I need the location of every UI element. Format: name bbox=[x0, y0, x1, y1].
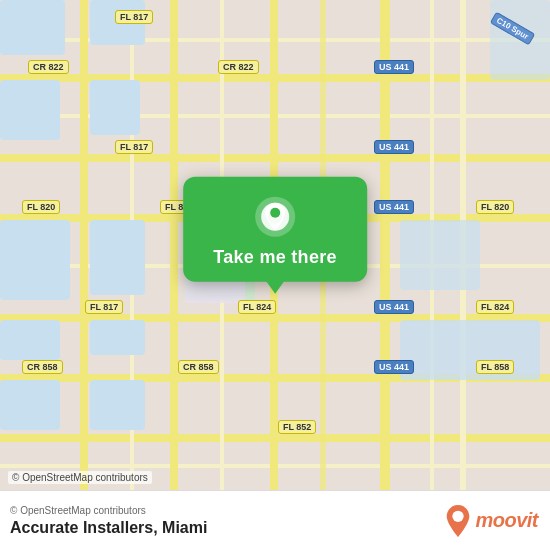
road-label-cr822-mid: CR 822 bbox=[218, 60, 259, 74]
road-label-fl817-low: FL 817 bbox=[85, 300, 123, 314]
location-name: Accurate Installers, Miami bbox=[10, 519, 207, 537]
location-pin-icon bbox=[253, 195, 297, 239]
road-label-us441-mid1: US 441 bbox=[374, 140, 414, 154]
popup-card[interactable]: Take me there bbox=[183, 177, 367, 282]
moovit-pin-icon bbox=[445, 505, 471, 537]
road-label-fl820-left: FL 820 bbox=[22, 200, 60, 214]
road-label-fl820-right: FL 820 bbox=[476, 200, 514, 214]
road-label-fl824-right: FL 824 bbox=[476, 300, 514, 314]
map-view[interactable]: FL 817 CR 822 CR 822 US 441 FL 817 US 44… bbox=[0, 0, 550, 490]
road-label-fl852: FL 852 bbox=[278, 420, 316, 434]
road-label-fl817-top: FL 817 bbox=[115, 10, 153, 24]
take-me-there-button[interactable]: Take me there bbox=[213, 247, 337, 268]
road-label-fl858-right: FL 858 bbox=[476, 360, 514, 374]
svg-point-4 bbox=[453, 510, 464, 521]
road-label-cr822-left: CR 822 bbox=[28, 60, 69, 74]
road-label-us441-low2: US 441 bbox=[374, 360, 414, 374]
road-label-fl824-mid: FL 824 bbox=[238, 300, 276, 314]
road-label-us441-low1: US 441 bbox=[374, 300, 414, 314]
road-label-us441-top: US 441 bbox=[374, 60, 414, 74]
svg-point-3 bbox=[270, 208, 280, 218]
road-label-fl817-mid: FL 817 bbox=[115, 140, 153, 154]
road-label-us441-mid2: US 441 bbox=[374, 200, 414, 214]
location-info: © OpenStreetMap contributors Accurate In… bbox=[10, 505, 207, 537]
moovit-brand-text: moovit bbox=[475, 509, 538, 532]
bottom-bar: © OpenStreetMap contributors Accurate In… bbox=[0, 490, 550, 550]
road-label-cr858-mid: CR 858 bbox=[178, 360, 219, 374]
moovit-logo[interactable]: moovit bbox=[445, 505, 538, 537]
map-attribution: © OpenStreetMap contributors bbox=[8, 471, 152, 484]
attribution-text: © OpenStreetMap contributors bbox=[10, 505, 207, 516]
road-label-cr858-left: CR 858 bbox=[22, 360, 63, 374]
